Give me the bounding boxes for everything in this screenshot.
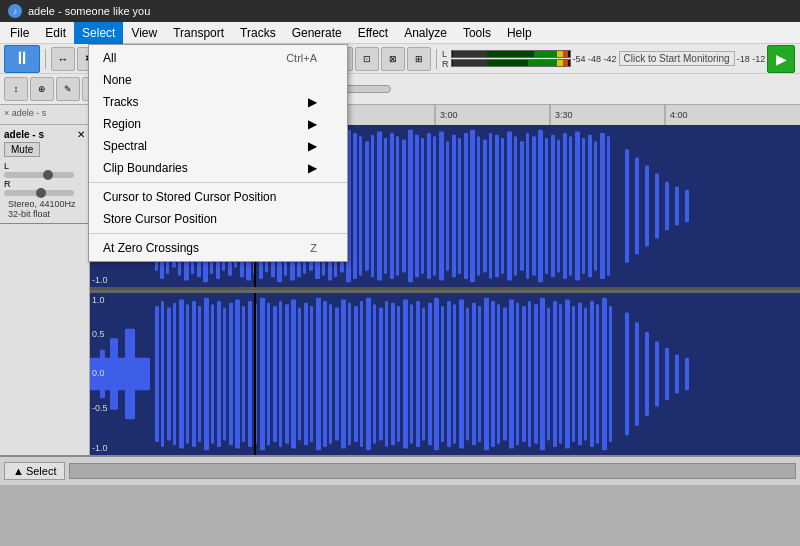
- scale-0.5-bot: 0.5: [92, 329, 105, 339]
- menu-edit[interactable]: Edit: [37, 22, 74, 44]
- svg-rect-56: [384, 138, 387, 274]
- menu-select[interactable]: Select: [74, 22, 123, 44]
- svg-rect-111: [186, 304, 189, 443]
- dropdown-item-zero-crossings[interactable]: At Zero Crossings Z: [89, 237, 347, 259]
- svg-rect-89: [588, 135, 592, 278]
- waveform-track-bottom[interactable]: 1.0 0.5 0.0 -0.5 -1.0: [90, 290, 800, 455]
- region-submenu-arrow: ▶: [308, 117, 317, 131]
- svg-rect-128: [291, 299, 296, 448]
- svg-rect-186: [685, 358, 689, 390]
- dropdown-item-clip-boundaries[interactable]: Clip Boundaries ▶: [89, 157, 347, 179]
- svg-rect-171: [559, 304, 562, 443]
- scale-1.0-bot: 1.0: [92, 295, 105, 305]
- svg-rect-161: [497, 304, 500, 443]
- draw-tool-btn[interactable]: ✎: [56, 77, 80, 101]
- dropdown-item-none[interactable]: None: [89, 69, 347, 91]
- svg-rect-130: [304, 303, 308, 446]
- menu-effect[interactable]: Effect: [350, 22, 396, 44]
- scale-neg1.0-top: -1.0: [92, 275, 108, 285]
- ruler-spacer: × adele - s: [0, 105, 90, 125]
- dropdown-item-store-cursor[interactable]: Store Cursor Position: [89, 208, 347, 230]
- svg-rect-58: [396, 136, 399, 275]
- menu-analyze[interactable]: Analyze: [396, 22, 455, 44]
- svg-rect-121: [248, 301, 252, 447]
- monitor-label[interactable]: Click to Start Monitoring: [619, 51, 735, 66]
- svg-rect-75: [501, 138, 504, 274]
- menu-view[interactable]: View: [123, 22, 165, 44]
- svg-rect-110: [179, 299, 184, 448]
- svg-rect-185: [675, 355, 679, 394]
- svg-text:4:00: 4:00: [670, 110, 688, 120]
- svg-rect-86: [569, 136, 572, 275]
- svg-rect-131: [310, 306, 313, 442]
- svg-rect-51: [353, 133, 357, 279]
- mute-button[interactable]: Mute: [4, 142, 40, 157]
- svg-rect-116: [217, 301, 221, 447]
- dropdown-item-tracks[interactable]: Tracks ▶: [89, 91, 347, 113]
- svg-rect-101: [90, 293, 800, 455]
- svg-rect-74: [495, 135, 499, 278]
- select-arrow-icon: ▲: [13, 465, 24, 477]
- svg-rect-173: [572, 306, 575, 442]
- svg-rect-146: [403, 299, 408, 448]
- scale-neg0.5-bot: -0.5: [92, 403, 108, 413]
- svg-rect-159: [484, 298, 489, 450]
- svg-rect-64: [433, 136, 436, 275]
- svg-rect-141: [373, 304, 376, 443]
- dropdown-item-cursor-stored[interactable]: Cursor to Stored Cursor Position: [89, 186, 347, 208]
- select-button[interactable]: ▲ Select: [4, 462, 65, 480]
- svg-rect-98: [675, 187, 679, 226]
- l-volume-slider[interactable]: [4, 172, 74, 178]
- play-button[interactable]: ▶: [767, 45, 795, 73]
- svg-rect-66: [446, 141, 449, 271]
- selection-tool-btn[interactable]: ↕: [4, 77, 28, 101]
- zoom-tool-btn[interactable]: ⊕: [30, 77, 54, 101]
- svg-rect-157: [472, 303, 476, 446]
- svg-rect-118: [229, 303, 233, 446]
- svg-rect-52: [359, 136, 362, 275]
- svg-rect-147: [410, 304, 413, 443]
- menu-generate[interactable]: Generate: [284, 22, 350, 44]
- svg-rect-88: [582, 138, 585, 274]
- svg-rect-54: [371, 135, 374, 278]
- svg-rect-72: [483, 140, 487, 273]
- svg-rect-76: [507, 131, 512, 280]
- pause-button[interactable]: ⏸: [4, 45, 40, 73]
- svg-rect-60: [408, 130, 413, 282]
- svg-rect-63: [427, 133, 431, 279]
- svg-rect-73: [489, 133, 492, 279]
- menu-tracks[interactable]: Tracks: [232, 22, 284, 44]
- spectral-submenu-arrow: ▶: [308, 139, 317, 153]
- level-right-numbers: -18 -12: [737, 54, 766, 64]
- dropdown-item-all[interactable]: All Ctrl+A: [89, 47, 347, 69]
- svg-rect-107: [161, 301, 164, 447]
- svg-rect-115: [211, 304, 214, 443]
- menu-transport[interactable]: Transport: [165, 22, 232, 44]
- svg-rect-65: [439, 131, 444, 280]
- fit-width-button[interactable]: ⊠: [381, 47, 405, 71]
- svg-rect-154: [453, 304, 456, 443]
- svg-rect-162: [503, 308, 507, 441]
- menu-help[interactable]: Help: [499, 22, 540, 44]
- menu-tools[interactable]: Tools: [455, 22, 499, 44]
- svg-rect-93: [625, 149, 629, 262]
- dropdown-item-region[interactable]: Region ▶: [89, 113, 347, 135]
- zoom-toggle-button[interactable]: ⊞: [407, 47, 431, 71]
- svg-rect-151: [434, 298, 439, 450]
- r-volume-slider[interactable]: [4, 190, 74, 196]
- svg-rect-180: [625, 312, 629, 435]
- track-name: adele - s: [4, 129, 44, 140]
- track-close-icon[interactable]: ✕: [77, 129, 85, 140]
- track-panel: adele - s ✕ Mute L R Stereo, 44100Hz 32-…: [0, 125, 90, 455]
- cursor-tool-button[interactable]: ↔: [51, 47, 75, 71]
- svg-rect-129: [298, 308, 301, 441]
- svg-rect-184: [665, 348, 669, 400]
- svg-rect-172: [565, 299, 570, 448]
- svg-rect-104: [110, 338, 118, 409]
- select-dropdown-menu: All Ctrl+A None Tracks ▶ Region ▶ Spectr…: [88, 44, 348, 262]
- svg-rect-79: [526, 133, 529, 279]
- svg-rect-57: [390, 133, 394, 279]
- dropdown-item-spectral[interactable]: Spectral ▶: [89, 135, 347, 157]
- menu-file[interactable]: File: [2, 22, 37, 44]
- fit-project-button[interactable]: ⊡: [355, 47, 379, 71]
